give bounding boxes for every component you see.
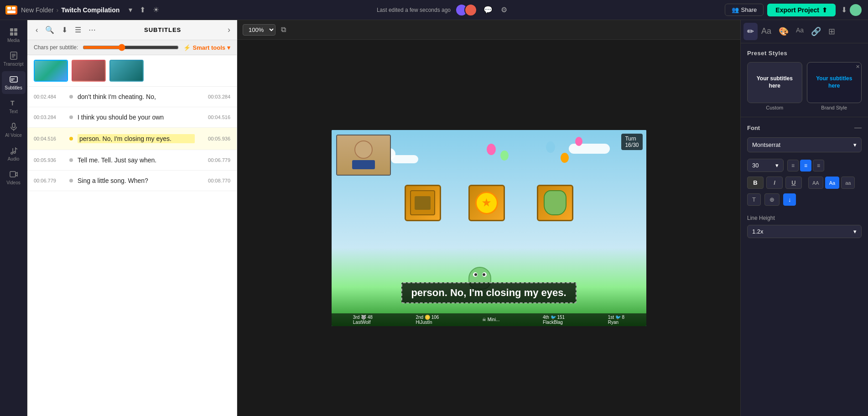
entry-end-1: 00:03.284: [199, 94, 230, 99]
score-3: ☠ Mini...: [482, 317, 499, 322]
subtitle-entry-3[interactable]: 00:04.516 person. No, I'm closing my eye…: [27, 128, 237, 150]
download-btn[interactable]: ⬇: [839, 4, 849, 16]
list-btn[interactable]: ☰: [73, 25, 83, 35]
subtitle-overlay: person. No, I'm closing my eyes.: [401, 282, 576, 303]
nav-text[interactable]: T Text: [2, 95, 26, 118]
main-area: Media Transcript Subtitles T Text AI Voi…: [0, 20, 868, 416]
breadcrumb-sep: ›: [57, 6, 59, 14]
position-row: T ⊕ ↓: [747, 193, 862, 206]
preset-brand-card[interactable]: Your subtitles here ✕: [807, 62, 862, 103]
duplicate-btn[interactable]: ⧉: [279, 24, 288, 36]
entry-dot-3: [69, 137, 73, 140]
topbar-right: 👥 Share Export Project ⬆ ⬇: [725, 3, 863, 17]
subtitle-entry-5[interactable]: 00:06.779 Sing a little song. When? 00:0…: [27, 171, 237, 191]
pos-center-btn[interactable]: ⊕: [764, 193, 780, 206]
svg-point-17: [14, 151, 16, 153]
score-2: 2nd 🪙 106HiJustIn: [416, 315, 439, 325]
entry-start-5: 00:06.779: [34, 178, 65, 183]
clip-thumb-1[interactable]: [34, 60, 68, 82]
clip-thumb-2[interactable]: [72, 60, 106, 82]
size-Aa-btn[interactable]: Aa: [825, 177, 839, 189]
score-4: 4th 🐦 151FlackBlag: [543, 315, 565, 325]
subtitle-entry-1[interactable]: 00:02.484 don't think I'm cheating. No, …: [27, 87, 237, 107]
comments-btn[interactable]: 💬: [482, 4, 494, 16]
subtitle-entry-4[interactable]: 00:05.936 Tell me. Tell. Just say when. …: [27, 150, 237, 171]
avatar-2: [464, 4, 477, 16]
align-left-btn[interactable]: ≡: [787, 160, 799, 172]
size-row: 30 ▾ ≡ ≡ ≡: [747, 159, 862, 172]
nav-media[interactable]: Media: [2, 24, 26, 47]
entry-start-4: 00:05.936: [34, 157, 65, 163]
svg-text:T: T: [10, 99, 15, 107]
entry-dot-1: [69, 95, 73, 99]
video-toolbar: 100% 75% 50% Fit ⧉: [237, 20, 740, 40]
text-style-btn[interactable]: Aa: [792, 23, 807, 40]
italic-btn[interactable]: I: [766, 177, 783, 189]
dropdown-btn[interactable]: ▾: [127, 4, 134, 16]
preset-custom-label: Custom: [747, 105, 802, 110]
nav-ai-voice[interactable]: AI Voice: [2, 119, 26, 141]
pos-bottom-btn[interactable]: ↓: [783, 193, 796, 206]
turn-badge: Turn 16/30: [621, 134, 642, 150]
panel-title: SUBTITLES: [101, 26, 224, 33]
video-frame: Turn 16/30 person. No, I'm closing my ey…: [332, 130, 646, 326]
color-btn[interactable]: 🎨: [775, 23, 792, 40]
last-edited-text: Last edited a few seconds ago: [377, 7, 451, 13]
export-button[interactable]: Export Project ⬆: [767, 4, 836, 16]
download-subs-btn[interactable]: ⬇: [60, 25, 69, 35]
chars-slider[interactable]: [83, 44, 179, 51]
bold-btn[interactable]: B: [747, 177, 764, 189]
back-btn[interactable]: ‹: [34, 25, 40, 35]
balloon-pink2: [575, 137, 582, 146]
share-upload-btn[interactable]: ⬆: [138, 4, 147, 16]
align-center-btn[interactable]: ≡: [800, 160, 811, 172]
balloon-orange: [561, 153, 569, 163]
svg-rect-0: [7, 7, 11, 10]
game-box-2: [468, 185, 505, 221]
nav-subtitles[interactable]: Subtitles: [2, 71, 26, 94]
font-section-toggle[interactable]: —: [854, 124, 862, 132]
font-section: Font — Montserrat ▾: [741, 117, 868, 159]
preset-custom-card[interactable]: Your subtitles here: [747, 62, 802, 103]
size-aa-btn[interactable]: AA: [808, 177, 823, 189]
transform-btn[interactable]: ⊞: [825, 23, 839, 40]
logo: [5, 5, 17, 15]
project-name[interactable]: Twitch Compilation: [61, 6, 120, 14]
turn-label: Turn: [625, 135, 636, 142]
theme-btn[interactable]: ☀: [151, 4, 161, 16]
settings-btn[interactable]: ⚙: [499, 4, 509, 16]
nav-transcript[interactable]: Transcript: [2, 47, 26, 70]
pos-top-btn[interactable]: T: [747, 193, 761, 206]
preset-brand-close[interactable]: ✕: [856, 64, 860, 70]
font-select[interactable]: Montserrat ▾: [747, 137, 862, 152]
font-size-main-btn[interactable]: Aa: [758, 23, 775, 40]
font-name: Montserrat: [752, 141, 780, 148]
more-btn[interactable]: ⋯: [87, 25, 98, 35]
subtitle-entry-2[interactable]: 00:03.284 I think you should be your own…: [27, 107, 237, 128]
underline-btn[interactable]: U: [785, 177, 802, 189]
edit-style-btn[interactable]: ✏: [743, 23, 758, 40]
folder-name[interactable]: New Folder: [21, 6, 54, 14]
link-btn[interactable]: 🔗: [807, 23, 825, 40]
share-button[interactable]: 👥 Share: [725, 4, 764, 16]
clip-thumb-3[interactable]: [109, 60, 144, 82]
font-size-select[interactable]: 30 ▾: [747, 159, 784, 172]
nav-videos[interactable]: Videos: [2, 166, 26, 189]
clips-row: [27, 55, 237, 87]
entry-dot-2: [69, 115, 73, 119]
smart-tools-btn[interactable]: ⚡ Smart tools ▾: [183, 44, 230, 51]
game-box-1: [405, 185, 441, 221]
collapse-panel-btn[interactable]: ›: [228, 25, 230, 35]
search-btn[interactable]: 🔍: [43, 25, 56, 35]
line-height-select[interactable]: 1.2x ▾: [747, 225, 862, 238]
cloud-2: [391, 155, 418, 163]
size-aa-lower-btn[interactable]: aa: [841, 177, 855, 189]
entry-text-2: I think you should be your own: [78, 114, 195, 121]
entry-text-1: don't think I'm cheating. No,: [78, 93, 195, 100]
svg-rect-6: [14, 32, 17, 36]
nav-audio[interactable]: Audio: [2, 142, 26, 165]
user-avatar: [849, 3, 863, 17]
svg-rect-2: [7, 10, 16, 13]
align-right-btn[interactable]: ≡: [813, 160, 824, 172]
zoom-select[interactable]: 100% 75% 50% Fit: [243, 24, 275, 36]
